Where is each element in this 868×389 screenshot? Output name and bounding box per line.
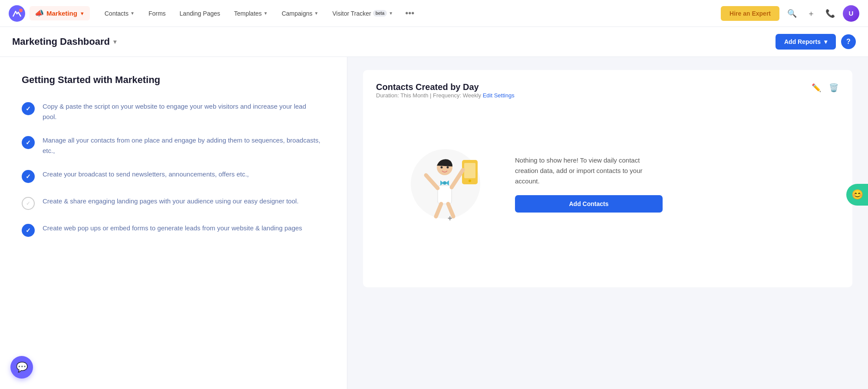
checklist-text-3: Create your broadcast to send newsletter… — [43, 169, 249, 180]
svg-point-9 — [443, 181, 446, 185]
check-icon-4 — [22, 197, 35, 210]
check-icon-3 — [22, 170, 35, 183]
nav-brand-marketing[interactable]: 📣 Marketing ▼ — [30, 6, 90, 20]
add-contacts-button[interactable]: Add Contacts — [515, 195, 663, 213]
user-avatar[interactable]: U — [843, 5, 859, 22]
edit-settings-link[interactable]: Edit Settings — [483, 92, 515, 99]
report-actions: ✏️ 🗑️ — [811, 82, 839, 93]
brand-chevron-icon: ▼ — [80, 11, 85, 16]
empty-state-content: Nothing to show here! To view daily cont… — [515, 155, 663, 213]
checklist-item-5: Create web pop ups or embed forms to gen… — [22, 223, 325, 237]
hire-expert-button[interactable]: Hire an Expert — [721, 6, 779, 21]
report-header: Contacts Created by Day Duration: This M… — [376, 82, 839, 112]
add-reports-label: Add Reports — [784, 38, 821, 45]
phone-icon: 📞 — [825, 9, 835, 18]
checklist: Copy & paste the script on your website … — [22, 101, 325, 237]
svg-point-5 — [469, 180, 471, 182]
search-button[interactable]: 🔍 — [785, 7, 799, 20]
phone-button[interactable]: 📞 — [823, 7, 838, 20]
nav-item-visitor-tracker[interactable]: Visitor Tracker beta ▼ — [326, 7, 399, 20]
nav-right: Hire an Expert 🔍 ＋ 📞 U — [721, 5, 859, 22]
svg-point-8 — [447, 166, 449, 169]
nav-item-forms[interactable]: Forms — [142, 7, 172, 20]
beta-badge: beta — [373, 10, 387, 17]
templates-chevron-icon: ▼ — [264, 11, 268, 16]
page-header: Marketing Dashboard ▾ Add Reports ▾ ? — [0, 27, 868, 57]
delete-report-button[interactable]: 🗑️ — [828, 82, 839, 93]
search-icon: 🔍 — [787, 9, 797, 18]
check-icon-2 — [22, 136, 35, 149]
support-icon: 😊 — [851, 189, 863, 200]
app-logo[interactable] — [9, 5, 25, 22]
svg-rect-4 — [464, 163, 475, 178]
add-button[interactable]: ＋ — [805, 7, 818, 20]
getting-started-title: Getting Started with Marketing — [22, 74, 325, 86]
check-icon-1 — [22, 102, 35, 115]
checklist-item-3: Create your broadcast to send newsletter… — [22, 169, 325, 183]
trash-icon: 🗑️ — [829, 83, 838, 92]
add-reports-button[interactable]: Add Reports ▾ — [776, 34, 836, 50]
help-button[interactable]: ? — [841, 34, 856, 49]
visitor-tracker-chevron-icon: ▼ — [389, 11, 393, 16]
svg-point-7 — [441, 166, 443, 169]
empty-state-illustration: + — [402, 140, 498, 227]
add-reports-chevron-icon: ▾ — [824, 38, 827, 45]
contacts-chevron-icon: ▼ — [130, 11, 135, 16]
checklist-text-4: Create & share engaging landing pages wi… — [43, 196, 299, 206]
megaphone-icon: 📣 — [35, 9, 44, 18]
campaigns-chevron-icon: ▼ — [314, 11, 319, 16]
checklist-text-1: Copy & paste the script on your website … — [43, 101, 320, 122]
empty-state-text: Nothing to show here! To view daily cont… — [515, 155, 663, 186]
check-icon-5 — [22, 224, 35, 237]
empty-state: + Nothing to show here! To view daily co… — [376, 114, 839, 236]
page-title-chevron-icon[interactable]: ▾ — [113, 38, 116, 45]
report-title: Contacts Created by Day — [376, 82, 515, 92]
svg-text:+: + — [448, 214, 452, 223]
checklist-item-1: Copy & paste the script on your website … — [22, 101, 325, 122]
nav-item-campaigns[interactable]: Campaigns ▼ — [276, 7, 325, 20]
checklist-item-4: Create & share engaging landing pages wi… — [22, 196, 325, 210]
nav-brand-label: Marketing — [46, 10, 77, 17]
nav-item-templates[interactable]: Templates ▼ — [228, 7, 274, 20]
plus-icon: ＋ — [807, 8, 815, 19]
svg-point-1 — [19, 9, 23, 12]
chat-icon: 💬 — [16, 362, 28, 373]
checklist-text-5: Create web pop ups or embed forms to gen… — [43, 223, 302, 233]
header-right: Add Reports ▾ ? — [776, 34, 856, 50]
report-card: Contacts Created by Day Duration: This M… — [363, 70, 852, 287]
pencil-icon: ✏️ — [812, 83, 821, 92]
page-title: Marketing Dashboard ▾ — [12, 36, 116, 47]
nav-item-landing-pages[interactable]: Landing Pages — [174, 7, 226, 20]
nav-more-button[interactable]: ••• — [401, 7, 419, 20]
navbar: 📣 Marketing ▼ Contacts ▼ Forms Landing P… — [0, 0, 868, 27]
svg-rect-10 — [438, 186, 452, 204]
nav-items: Contacts ▼ Forms Landing Pages Templates… — [99, 7, 721, 20]
edit-report-button[interactable]: ✏️ — [811, 82, 822, 93]
chat-bubble[interactable]: 💬 — [10, 356, 33, 379]
checklist-item-2: Manage all your contacts from one place … — [22, 135, 325, 156]
main-content: Getting Started with Marketing Copy & pa… — [0, 57, 868, 389]
help-icon: ? — [846, 38, 851, 46]
support-widget[interactable]: 😊 — [846, 184, 868, 206]
getting-started-panel: Getting Started with Marketing Copy & pa… — [0, 57, 347, 389]
checklist-text-2: Manage all your contacts from one place … — [43, 135, 320, 156]
nav-item-contacts[interactable]: Contacts ▼ — [99, 7, 141, 20]
report-subtitle: Duration: This Month | Frequency: Weekly… — [376, 92, 515, 99]
contacts-report-panel: Contacts Created by Day Duration: This M… — [347, 57, 868, 389]
